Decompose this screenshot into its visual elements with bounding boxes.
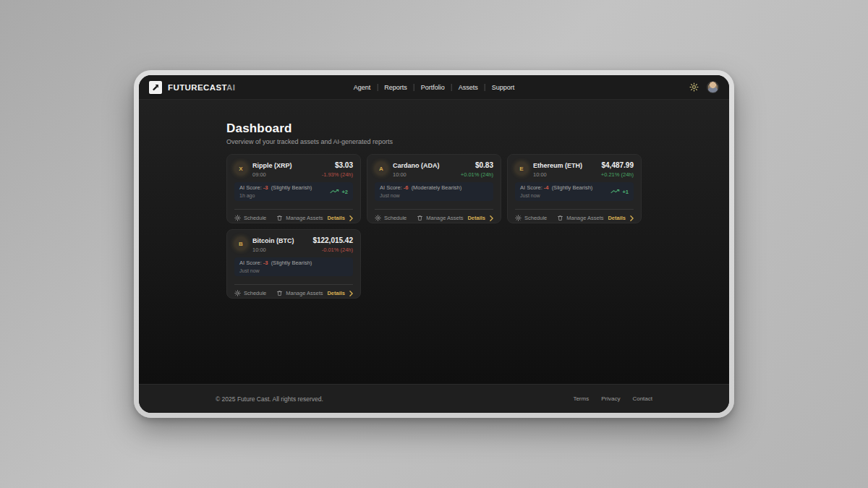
asset-card-cardano: A Cardano (ADA) 10:00 $0.83 +0.01% (24h)… [367,154,501,223]
ai-score-value: -6 [404,184,409,191]
asset-name: Bitcoin (BTC) [252,237,294,244]
ai-sentiment: (Moderately Bearish) [412,184,462,191]
details-button[interactable]: Details [327,290,353,296]
trend-badge: +2 [330,189,348,195]
asset-change: +0.21% (24h) [601,171,634,178]
ai-sentiment: (Slightly Bearish) [271,184,312,191]
asset-time: 10:00 [393,171,440,178]
manage-assets-button[interactable]: Manage Assets [557,215,603,221]
asset-time: 09:00 [252,171,292,178]
nav-item-reports[interactable]: Reports [384,84,407,91]
asset-price: $122,015.42 [312,237,353,244]
ai-score-panel: AI Score:-6 (Moderately Bearish) Just no… [375,182,493,201]
manage-assets-button[interactable]: Manage Assets [276,290,323,296]
trending-up-icon [610,189,620,194]
nav-item-portfolio[interactable]: Portfolio [421,84,445,91]
card-actions: Schedule Manage Assets Details [375,210,493,226]
schedule-button[interactable]: Schedule [234,290,266,296]
ai-updated: 1h ago [239,193,312,198]
nav-item-agent[interactable]: Agent [354,84,371,91]
manage-assets-button[interactable]: Manage Assets [276,215,323,221]
nav-item-support[interactable]: Support [492,84,515,91]
trend-badge: +1 [610,189,629,195]
details-button[interactable]: Details [467,215,493,221]
asset-card-bitcoin: B Bitcoin (BTC) 10:00 $122,015.42 -0.01%… [226,229,361,299]
user-avatar[interactable] [707,81,719,93]
asset-time: 10:00 [533,171,582,178]
ai-updated: Just now [520,193,592,198]
footer-links: Terms Privacy Contact [573,395,652,402]
card-header: B Bitcoin (BTC) 10:00 $122,015.42 -0.01%… [234,237,353,253]
trash-icon [276,215,283,221]
schedule-button[interactable]: Schedule [375,215,407,221]
card-actions: Schedule Manage Assets Details [515,210,634,226]
asset-initial-icon: E [515,162,528,175]
asset-initial-icon: X [234,162,247,175]
asset-change: -1.93% (24h) [322,171,353,178]
schedule-button[interactable]: Schedule [515,215,547,221]
footer-link-privacy[interactable]: Privacy [601,395,620,402]
asset-change: -0.01% (24h) [312,247,353,253]
trash-icon [557,215,563,221]
ai-updated: Just now [239,268,312,273]
nav-separator [414,84,414,91]
asset-name: Ripple (XRP) [252,162,292,169]
asset-price: $0.83 [461,162,493,169]
brand-name: FUTURECASTAI [168,83,235,92]
details-button[interactable]: Details [327,215,353,221]
top-nav-bar: FUTURECASTAI Agent Reports Portfolio Ass… [139,75,729,100]
ai-score-value: -4 [544,184,549,191]
ai-score-label: AI Score: [239,184,262,191]
footer-link-terms[interactable]: Terms [573,395,589,402]
ai-score-panel: AI Score:-3 (Slightly Bearish) 1h ago +2 [234,182,353,201]
asset-card-ethereum: E Ethereum (ETH) 10:00 $4,487.99 +0.21% … [507,154,642,223]
trending-up-icon [330,189,339,194]
nav-separator [485,84,485,91]
header-actions [689,81,719,93]
page-title: Dashboard [226,121,729,136]
asset-card-ripple: X Ripple (XRP) 09:00 $3.03 -1.93% (24h) … [226,154,361,223]
manage-assets-button[interactable]: Manage Assets [417,215,463,221]
schedule-button[interactable]: Schedule [234,215,266,221]
ai-score-panel: AI Score:-4 (Slightly Bearish) Just now … [515,182,634,201]
asset-price: $3.03 [322,162,353,169]
copyright-text: © 2025 Future Cast. All rights reserved. [216,395,323,403]
footer-bar: © 2025 Future Cast. All rights reserved.… [139,384,729,413]
card-header: E Ethereum (ETH) 10:00 $4,487.99 +0.21% … [515,162,634,178]
ai-sentiment: (Slightly Bearish) [552,184,593,191]
page-subtitle: Overview of your tracked assets and AI-g… [226,138,729,145]
gear-icon [234,215,241,221]
main-nav: Agent Reports Portfolio Assets Support [354,75,515,99]
asset-initial-icon: A [375,162,388,175]
sun-icon[interactable] [689,82,699,92]
ai-score-label: AI Score: [520,184,542,191]
asset-time: 10:00 [252,247,294,253]
card-actions: Schedule Manage Assets Details [234,285,353,301]
nav-separator [377,84,378,91]
details-button[interactable]: Details [608,215,634,221]
card-header: A Cardano (ADA) 10:00 $0.83 +0.01% (24h) [375,162,493,178]
asset-name: Cardano (ADA) [393,162,440,169]
ai-score-value: -3 [263,184,268,191]
trash-icon [417,215,423,221]
app-screen: FUTURECASTAI Agent Reports Portfolio Ass… [139,75,729,413]
ai-score-panel: AI Score:-3 (Slightly Bearish) Just now [234,257,353,276]
chevron-right-icon [349,291,353,296]
nav-item-assets[interactable]: Assets [459,84,478,91]
main-content: Dashboard Overview of your tracked asset… [139,100,729,384]
asset-price: $4,487.99 [601,162,634,169]
arrow-up-right-icon [149,81,162,94]
chevron-right-icon [349,215,353,221]
gear-icon [375,215,381,221]
brand-logo[interactable]: FUTURECASTAI [149,81,235,94]
gear-icon [515,215,522,221]
ai-score-label: AI Score: [239,260,262,266]
chevron-right-icon [630,215,634,221]
ai-updated: Just now [380,193,461,198]
ai-score-value: -3 [263,260,268,266]
asset-initial-icon: B [234,237,247,250]
card-actions: Schedule Manage Assets Details [234,210,353,226]
ai-sentiment: (Slightly Bearish) [271,260,312,266]
app-window: FUTURECASTAI Agent Reports Portfolio Ass… [134,70,734,418]
footer-link-contact[interactable]: Contact [632,395,652,402]
